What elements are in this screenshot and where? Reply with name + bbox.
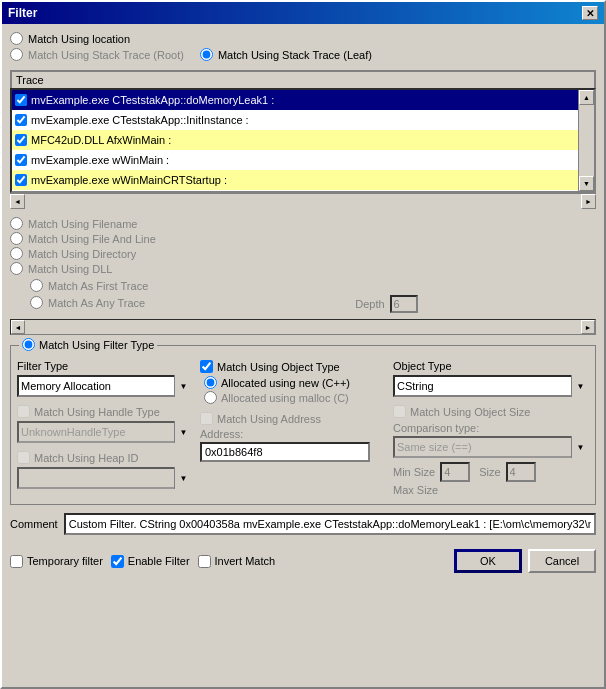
object-type-select-wrapper[interactable]: CString ▼: [393, 375, 589, 397]
alloc-new-radio[interactable]: Allocated using new (C++): [204, 376, 385, 389]
match-stack-root-label: Match Using Stack Trace (Root): [28, 49, 184, 61]
handle-type-checkbox-label: Match Using Handle Type: [34, 406, 160, 418]
cancel-button[interactable]: Cancel: [528, 549, 596, 573]
match-any-trace-radio[interactable]: Match As Any Trace: [30, 296, 145, 309]
comp-type-select-wrapper[interactable]: Same size (==) ▼: [393, 436, 589, 458]
heap-id-checkbox-label: Match Using Heap ID: [34, 452, 139, 464]
comment-row: Comment: [10, 513, 596, 535]
heap-id-select-wrapper[interactable]: ▼: [17, 467, 192, 489]
comment-input[interactable]: [64, 513, 596, 535]
scroll-right-btn[interactable]: ►: [581, 194, 596, 209]
match-file-line-radio[interactable]: Match Using File And Line: [10, 232, 596, 245]
match-stack-root-radio[interactable]: Match Using Stack Trace (Root): [10, 48, 184, 61]
ok-button[interactable]: OK: [454, 549, 522, 573]
heap-id-checkbox-row[interactable]: Match Using Heap ID: [17, 451, 192, 464]
comp-type-select[interactable]: Same size (==): [393, 436, 589, 458]
horizontal-scrollbar[interactable]: ◄ ►: [10, 319, 596, 335]
temporary-filter-label: Temporary filter: [27, 555, 103, 567]
handle-type-select[interactable]: UnknownHandleType: [17, 421, 192, 443]
filter-type-groupbox: Match Using Filter Type Filter Type Memo…: [10, 345, 596, 505]
alloc-malloc-radio[interactable]: Allocated using malloc (C): [204, 391, 385, 404]
temporary-filter-checkbox[interactable]: Temporary filter: [10, 555, 103, 568]
match-address-checkbox-row[interactable]: Match Using Address: [200, 412, 385, 425]
comment-label: Comment: [10, 518, 58, 530]
match-dll-radio[interactable]: Match Using DLL: [10, 262, 596, 275]
filter-type-radio[interactable]: [22, 338, 35, 351]
min-size-input[interactable]: [440, 462, 470, 482]
trace-item[interactable]: mvExample.exe wWinMainCRTStartup :: [12, 170, 578, 190]
handle-type-checkbox-row[interactable]: Match Using Handle Type: [17, 405, 192, 418]
scroll-down-btn[interactable]: ▼: [579, 176, 594, 191]
invert-match-label: Invert Match: [215, 555, 276, 567]
min-size-label: Min Size: [393, 466, 435, 478]
object-size-checkbox-row[interactable]: Match Using Object Size: [393, 405, 589, 418]
trace-type-section: Match As First Trace Match As Any Trace …: [30, 279, 596, 313]
depth-input[interactable]: [390, 295, 418, 313]
enable-filter-checkbox[interactable]: Enable Filter: [111, 555, 190, 568]
match-filename-radio[interactable]: Match Using Filename: [10, 217, 596, 230]
hscroll-left[interactable]: ◄: [11, 320, 25, 334]
trace-item[interactable]: mvExample.exe CTeststakApp::doMemoryLeak…: [12, 90, 578, 110]
match-options: Match Using Filename Match Using File An…: [10, 217, 596, 275]
match-directory-radio[interactable]: Match Using Directory: [10, 247, 596, 260]
filter-type-select-wrapper[interactable]: Memory Allocation Handle ▼: [17, 375, 192, 397]
match-stack-leaf-radio[interactable]: Match Using Stack Trace (Leaf): [200, 48, 372, 61]
window-title: Filter: [8, 6, 37, 20]
match-stack-leaf-label: Match Using Stack Trace (Leaf): [218, 49, 372, 61]
depth-label: Depth: [355, 298, 384, 310]
trace-header-label: Trace: [16, 74, 44, 86]
trace-list: mvExample.exe CTeststakApp::doMemoryLeak…: [10, 88, 596, 193]
object-type-select[interactable]: CString: [393, 375, 589, 397]
heap-id-select[interactable]: [17, 467, 192, 489]
trace-item[interactable]: mvExample.exe CTeststakApp::InitInstance…: [12, 110, 578, 130]
object-type-checkbox-row[interactable]: Match Using Object Type: [200, 360, 385, 373]
max-size-label: Max Size: [393, 484, 438, 496]
match-address-checkbox-label: Match Using Address: [217, 413, 321, 425]
scroll-up-btn[interactable]: ▲: [579, 90, 594, 105]
trace-list-scroll[interactable]: mvExample.exe CTeststakApp::doMemoryLeak…: [12, 90, 578, 191]
trace-item[interactable]: MFC42uD.DLL AfxWinMain :: [12, 130, 578, 150]
trace-horizontal-scrollbar[interactable]: ◄ ►: [10, 193, 596, 209]
address-label: Address:: [200, 428, 385, 440]
filter-dialog: Filter ✕ Match Using location Match Usin…: [0, 0, 606, 689]
match-location-label: Match Using location: [28, 33, 130, 45]
size-input[interactable]: [506, 462, 536, 482]
invert-match-checkbox[interactable]: Invert Match: [198, 555, 276, 568]
match-location-radio[interactable]: Match Using location: [10, 32, 596, 45]
address-input[interactable]: [200, 442, 370, 462]
bottom-row: Temporary filter Enable Filter Invert Ma…: [10, 545, 596, 577]
comp-type-label: Comparison type:: [393, 422, 589, 434]
alloc-malloc-label: Allocated using malloc (C): [221, 392, 349, 404]
handle-type-select-wrapper[interactable]: UnknownHandleType ▼: [17, 421, 192, 443]
match-first-trace-radio[interactable]: Match As First Trace: [30, 279, 596, 292]
hscroll-right[interactable]: ►: [581, 320, 595, 334]
scroll-left-btn[interactable]: ◄: [10, 194, 25, 209]
filter-type-col-label: Filter Type: [17, 360, 192, 372]
close-button[interactable]: ✕: [582, 6, 598, 20]
alloc-new-label: Allocated using new (C++): [221, 377, 350, 389]
object-size-checkbox-label: Match Using Object Size: [410, 406, 530, 418]
trace-vertical-scrollbar[interactable]: ▲ ▼: [578, 90, 594, 191]
titlebar: Filter ✕: [2, 2, 604, 24]
object-type-col-label: Object Type: [393, 360, 589, 372]
object-type-checkbox-label: Match Using Object Type: [217, 361, 340, 373]
enable-filter-label: Enable Filter: [128, 555, 190, 567]
filter-type-group-label: Match Using Filter Type: [39, 339, 154, 351]
size-label: Size: [479, 466, 500, 478]
trace-item[interactable]: mvExample.exe wWinMain :: [12, 150, 578, 170]
filter-type-select[interactable]: Memory Allocation Handle: [17, 375, 192, 397]
